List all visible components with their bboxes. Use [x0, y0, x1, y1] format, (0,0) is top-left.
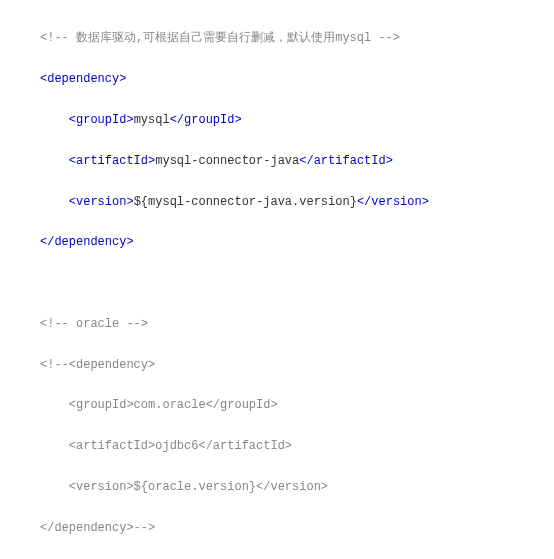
artifactid-open-tag: <artifactId> [69, 154, 155, 168]
groupid-open-tag: <groupId> [69, 113, 134, 127]
dependency-close-tag: </dependency> [40, 235, 134, 249]
groupid-text: mysql [134, 113, 170, 127]
mysql-comment: <!-- 数据库驱动,可根据自己需要自行删减，默认使用mysql --> [40, 31, 400, 45]
version-close-tag: </version> [357, 195, 429, 209]
version-open-tag: <version> [69, 195, 134, 209]
oracle-dep-open: <!--<dependency> [40, 358, 155, 372]
oracle-artifactid: <artifactId>ojdbc6</artifactId> [69, 439, 292, 453]
artifactid-close-tag: </artifactId> [299, 154, 393, 168]
oracle-dep-close: </dependency>--> [40, 521, 155, 535]
dependency-open-tag: <dependency> [40, 72, 126, 86]
groupid-close-tag: </groupId> [170, 113, 242, 127]
oracle-groupid: <groupId>com.oracle</groupId> [69, 398, 278, 412]
code-snippet: <!-- 数据库驱动,可根据自己需要自行删减，默认使用mysql --> <de… [0, 0, 554, 559]
artifactid-text: mysql-connector-java [155, 154, 299, 168]
version-text: ${mysql-connector-java.version} [134, 195, 357, 209]
oracle-comment: <!-- oracle --> [40, 317, 148, 331]
oracle-version: <version>${oracle.version}</version> [69, 480, 328, 494]
